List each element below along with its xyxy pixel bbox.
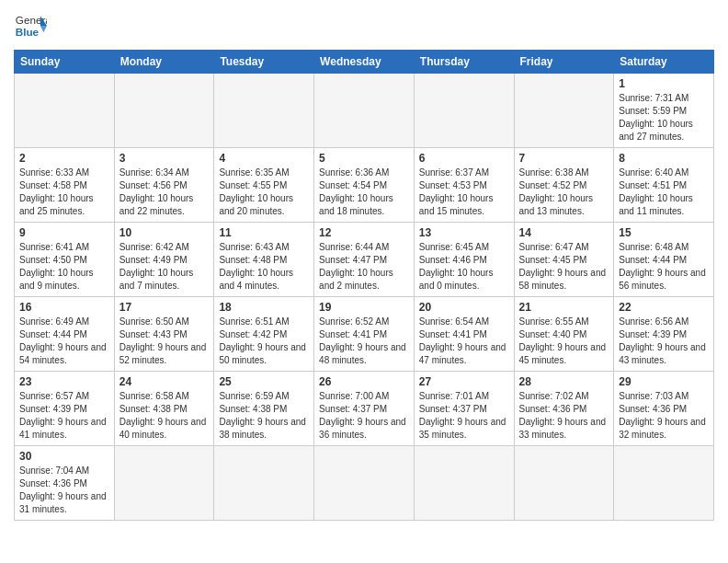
calendar-day-cell (114, 74, 214, 148)
calendar-day-cell: 6Sunrise: 6:37 AM Sunset: 4:53 PM Daylig… (414, 148, 514, 223)
calendar-week-row: 9Sunrise: 6:41 AM Sunset: 4:50 PM Daylig… (15, 223, 714, 297)
calendar-day-cell: 2Sunrise: 6:33 AM Sunset: 4:58 PM Daylig… (15, 148, 115, 223)
calendar-day-cell: 22Sunrise: 6:56 AM Sunset: 4:39 PM Dayli… (614, 297, 714, 372)
day-info: Sunrise: 6:34 AM Sunset: 4:56 PM Dayligh… (119, 167, 210, 218)
day-info: Sunrise: 6:44 AM Sunset: 4:47 PM Dayligh… (319, 241, 409, 293)
weekday-sunday: Sunday (15, 51, 115, 74)
svg-marker-3 (40, 26, 47, 32)
day-number: 18 (219, 301, 309, 314)
calendar-day-cell (214, 446, 314, 521)
day-number: 3 (119, 152, 210, 165)
day-number: 30 (19, 450, 109, 463)
day-number: 20 (419, 301, 509, 314)
calendar-week-row: 1Sunrise: 7:31 AM Sunset: 5:59 PM Daylig… (15, 74, 714, 148)
day-info: Sunrise: 6:49 AM Sunset: 4:44 PM Dayligh… (19, 316, 109, 367)
weekday-monday: Monday (114, 51, 214, 74)
weekday-saturday: Saturday (614, 51, 714, 74)
calendar-day-cell: 10Sunrise: 6:42 AM Sunset: 4:49 PM Dayli… (114, 223, 214, 297)
calendar-day-cell (114, 446, 214, 521)
day-number: 25 (219, 375, 309, 388)
calendar-day-cell: 20Sunrise: 6:54 AM Sunset: 4:41 PM Dayli… (414, 297, 514, 372)
calendar-day-cell: 30Sunrise: 7:04 AM Sunset: 4:36 PM Dayli… (15, 446, 115, 521)
day-number: 11 (219, 226, 309, 239)
calendar-day-cell: 11Sunrise: 6:43 AM Sunset: 4:48 PM Dayli… (214, 223, 314, 297)
calendar-week-row: 16Sunrise: 6:49 AM Sunset: 4:44 PM Dayli… (15, 297, 714, 372)
calendar-day-cell: 18Sunrise: 6:51 AM Sunset: 4:42 PM Dayli… (214, 297, 314, 372)
weekday-friday: Friday (514, 51, 614, 74)
calendar-day-cell: 14Sunrise: 6:47 AM Sunset: 4:45 PM Dayli… (514, 223, 614, 297)
day-info: Sunrise: 6:33 AM Sunset: 4:58 PM Dayligh… (19, 167, 109, 218)
day-number: 4 (219, 152, 309, 165)
calendar-day-cell (314, 74, 415, 148)
calendar-day-cell (614, 446, 714, 521)
day-number: 27 (419, 375, 509, 388)
day-number: 5 (319, 152, 409, 165)
day-number: 26 (319, 375, 409, 388)
calendar-day-cell: 21Sunrise: 6:55 AM Sunset: 4:40 PM Dayli… (514, 297, 614, 372)
day-number: 14 (519, 226, 609, 239)
day-info: Sunrise: 7:04 AM Sunset: 4:36 PM Dayligh… (19, 465, 109, 516)
calendar-day-cell (15, 74, 115, 148)
header: General Blue (14, 9, 714, 42)
calendar-day-cell: 12Sunrise: 6:44 AM Sunset: 4:47 PM Dayli… (314, 223, 415, 297)
day-info: Sunrise: 6:40 AM Sunset: 4:51 PM Dayligh… (619, 167, 709, 218)
weekday-header-row: SundayMondayTuesdayWednesdayThursdayFrid… (15, 51, 714, 74)
day-info: Sunrise: 7:03 AM Sunset: 4:36 PM Dayligh… (619, 390, 709, 442)
calendar-day-cell: 7Sunrise: 6:38 AM Sunset: 4:52 PM Daylig… (514, 148, 614, 223)
day-info: Sunrise: 6:58 AM Sunset: 4:38 PM Dayligh… (119, 390, 210, 442)
day-info: Sunrise: 6:54 AM Sunset: 4:41 PM Dayligh… (419, 316, 509, 367)
calendar-week-row: 30Sunrise: 7:04 AM Sunset: 4:36 PM Dayli… (15, 446, 714, 521)
day-number: 23 (19, 375, 109, 388)
calendar-day-cell: 15Sunrise: 6:48 AM Sunset: 4:44 PM Dayli… (614, 223, 714, 297)
day-number: 17 (119, 301, 210, 314)
calendar-day-cell (414, 446, 514, 521)
calendar-day-cell: 25Sunrise: 6:59 AM Sunset: 4:38 PM Dayli… (214, 372, 314, 446)
day-number: 6 (419, 152, 509, 165)
day-number: 16 (19, 301, 109, 314)
day-info: Sunrise: 6:38 AM Sunset: 4:52 PM Dayligh… (519, 167, 609, 218)
day-info: Sunrise: 7:00 AM Sunset: 4:37 PM Dayligh… (319, 390, 409, 442)
calendar-day-cell (514, 74, 614, 148)
day-info: Sunrise: 6:56 AM Sunset: 4:39 PM Dayligh… (619, 316, 709, 367)
day-number: 9 (19, 226, 109, 239)
calendar-week-row: 23Sunrise: 6:57 AM Sunset: 4:39 PM Dayli… (15, 372, 714, 446)
day-number: 8 (619, 152, 709, 165)
day-info: Sunrise: 6:36 AM Sunset: 4:54 PM Dayligh… (319, 167, 409, 218)
calendar-day-cell: 19Sunrise: 6:52 AM Sunset: 4:41 PM Dayli… (314, 297, 415, 372)
calendar-day-cell: 23Sunrise: 6:57 AM Sunset: 4:39 PM Dayli… (15, 372, 115, 446)
weekday-thursday: Thursday (414, 51, 514, 74)
calendar-day-cell: 9Sunrise: 6:41 AM Sunset: 4:50 PM Daylig… (15, 223, 115, 297)
day-info: Sunrise: 6:59 AM Sunset: 4:38 PM Dayligh… (219, 390, 309, 442)
day-number: 10 (119, 226, 210, 239)
calendar-day-cell (214, 74, 314, 148)
day-info: Sunrise: 6:57 AM Sunset: 4:39 PM Dayligh… (19, 390, 109, 442)
weekday-wednesday: Wednesday (314, 51, 415, 74)
day-number: 21 (519, 301, 609, 314)
calendar-day-cell: 17Sunrise: 6:50 AM Sunset: 4:43 PM Dayli… (114, 297, 214, 372)
calendar-day-cell: 29Sunrise: 7:03 AM Sunset: 4:36 PM Dayli… (614, 372, 714, 446)
calendar-day-cell: 24Sunrise: 6:58 AM Sunset: 4:38 PM Dayli… (114, 372, 214, 446)
day-number: 24 (119, 375, 210, 388)
day-info: Sunrise: 6:50 AM Sunset: 4:43 PM Dayligh… (119, 316, 210, 367)
day-info: Sunrise: 6:37 AM Sunset: 4:53 PM Dayligh… (419, 167, 509, 218)
day-number: 13 (419, 226, 509, 239)
calendar-day-cell: 3Sunrise: 6:34 AM Sunset: 4:56 PM Daylig… (114, 148, 214, 223)
calendar-day-cell: 4Sunrise: 6:35 AM Sunset: 4:55 PM Daylig… (214, 148, 314, 223)
calendar-day-cell: 16Sunrise: 6:49 AM Sunset: 4:44 PM Dayli… (15, 297, 115, 372)
generalblue-logo-icon: General Blue (14, 9, 47, 42)
day-info: Sunrise: 6:52 AM Sunset: 4:41 PM Dayligh… (319, 316, 409, 367)
day-number: 12 (319, 226, 409, 239)
day-info: Sunrise: 7:01 AM Sunset: 4:37 PM Dayligh… (419, 390, 509, 442)
calendar-week-row: 2Sunrise: 6:33 AM Sunset: 4:58 PM Daylig… (15, 148, 714, 223)
day-info: Sunrise: 6:47 AM Sunset: 4:45 PM Dayligh… (519, 241, 609, 293)
calendar-day-cell (514, 446, 614, 521)
logo: General Blue (14, 9, 47, 42)
day-info: Sunrise: 7:31 AM Sunset: 5:59 PM Dayligh… (619, 92, 709, 144)
calendar-day-cell: 26Sunrise: 7:00 AM Sunset: 4:37 PM Dayli… (314, 372, 415, 446)
day-number: 15 (619, 226, 709, 239)
calendar-day-cell: 27Sunrise: 7:01 AM Sunset: 4:37 PM Dayli… (414, 372, 514, 446)
calendar-day-cell: 13Sunrise: 6:45 AM Sunset: 4:46 PM Dayli… (414, 223, 514, 297)
calendar-day-cell (414, 74, 514, 148)
calendar-day-cell: 5Sunrise: 6:36 AM Sunset: 4:54 PM Daylig… (314, 148, 415, 223)
day-info: Sunrise: 6:55 AM Sunset: 4:40 PM Dayligh… (519, 316, 609, 367)
